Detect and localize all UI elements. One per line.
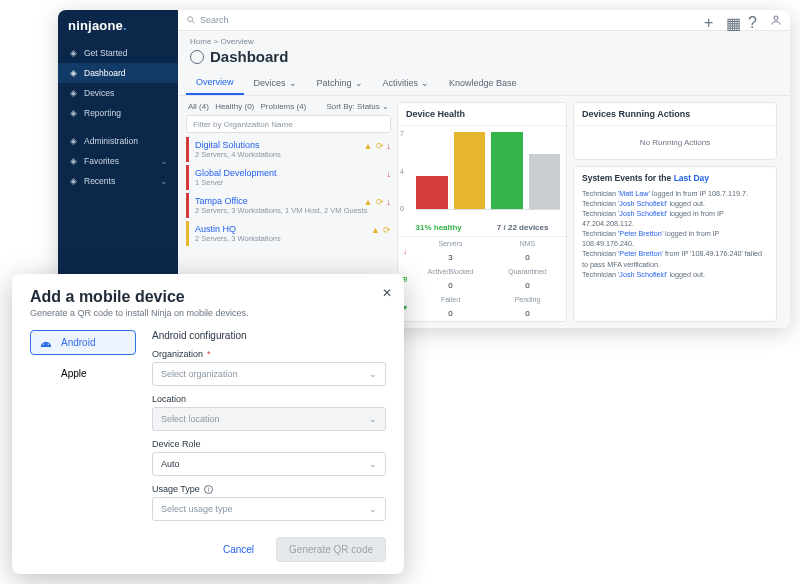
svg-point-0 <box>188 17 193 22</box>
warning-icon: ▲ <box>371 225 380 235</box>
android-icon <box>39 338 53 348</box>
tab-devices[interactable]: Devices⌄ <box>244 71 307 95</box>
device-role-label: Device Role <box>152 439 386 449</box>
report-icon: ◈ <box>68 108 78 118</box>
device-role-select[interactable]: Auto⌄ <box>152 452 386 476</box>
chevron-down-icon: ⌄ <box>369 414 377 424</box>
filter-all[interactable]: All (4) <box>188 102 209 111</box>
sync-icon: ⟳ <box>383 225 391 235</box>
svg-line-1 <box>192 21 194 23</box>
close-icon[interactable]: ✕ <box>382 286 392 300</box>
device-health-title: Device Health <box>398 103 566 126</box>
chevron-down-icon: ⌄ <box>160 156 168 166</box>
org-item[interactable]: Tampa Office2 Servers, 3 Workstations, 1… <box>186 193 391 218</box>
org-name[interactable]: Austin HQ <box>195 224 387 234</box>
running-actions-empty: No Running Actions <box>574 126 776 159</box>
clock-icon: ◈ <box>68 176 78 186</box>
tab-patching[interactable]: Patching⌄ <box>307 71 373 95</box>
chevron-down-icon: ⌄ <box>369 459 377 469</box>
stat-label: Failed <box>412 293 489 306</box>
search-icon <box>186 15 196 25</box>
healthy-percent: 31% healthy <box>416 223 462 232</box>
warning-icon: ▲ <box>364 197 373 207</box>
organization-label: Organization <box>152 349 386 359</box>
stat-label: Quarantined <box>489 265 566 278</box>
event-line: Technician 'Peter Bretton' logged in fro… <box>582 229 768 249</box>
topbar: Search + ▦ ? <box>178 10 790 31</box>
org-meta: 2 Servers, 3 Workstations <box>195 234 387 243</box>
brand-logo: ninjaone. <box>58 10 178 43</box>
sidebar-item-get-started[interactable]: ◈Get Started <box>58 43 178 63</box>
platform-apple[interactable]: Apple <box>30 361 136 386</box>
stat-value: 0 <box>412 278 489 293</box>
technician-link[interactable]: 'Peter Bretton' <box>618 249 663 258</box>
svg-point-3 <box>43 343 44 344</box>
sync-icon: ⟳ <box>376 141 384 151</box>
bar-green <box>491 132 523 209</box>
tab-knowledge-base[interactable]: Knowledge Base <box>439 71 527 95</box>
search-input[interactable]: Search <box>186 15 698 25</box>
event-line: Technician 'Peter Bretton' from IP '108.… <box>582 249 768 269</box>
help-icon[interactable]: ? <box>748 14 760 26</box>
technician-link[interactable]: 'Josh Schofield' <box>618 270 668 279</box>
organization-select[interactable]: Select organization⌄ <box>152 362 386 386</box>
sidebar-item-recents[interactable]: ◈Recents⌄ <box>58 171 178 191</box>
apps-icon[interactable]: ▦ <box>726 14 738 26</box>
chevron-down-icon: ⌄ <box>160 176 168 186</box>
refresh-icon[interactable] <box>190 50 204 64</box>
system-events-title: System Events for the Last Day <box>574 167 776 189</box>
cancel-button[interactable]: Cancel <box>211 537 266 562</box>
sidebar-item-dashboard[interactable]: ◈Dashboard <box>58 63 178 83</box>
chevron-down-icon: ⌄ <box>355 78 363 88</box>
modal-title: Add a mobile device <box>30 288 386 306</box>
org-filter-input[interactable]: Filter by Organization Name <box>186 115 391 133</box>
device-count: 7 / 22 devices <box>497 223 549 232</box>
org-name[interactable]: Digital Solutions <box>195 140 387 150</box>
usage-type-label: Usage Typei <box>152 484 386 494</box>
down-arrow-icon: ↓ <box>387 141 392 151</box>
warning-icon: ▲ <box>364 141 373 151</box>
technician-link[interactable]: 'Josh Schofield' <box>618 199 668 208</box>
chevron-down-icon: ⌄ <box>421 78 429 88</box>
user-icon[interactable] <box>770 14 782 26</box>
tab-overview[interactable]: Overview <box>186 71 244 95</box>
org-name[interactable]: Global Development <box>195 168 387 178</box>
org-name[interactable]: Tampa Office <box>195 196 387 206</box>
technician-link[interactable]: 'Josh Schofield' <box>618 209 668 218</box>
chevron-down-icon: ⌄ <box>369 369 377 379</box>
stat-value: 0 <box>412 306 489 321</box>
sidebar-item-label: Devices <box>84 88 114 98</box>
sidebar-item-label: Administration <box>84 136 138 146</box>
running-actions-title: Devices Running Actions <box>574 103 776 126</box>
sidebar-item-label: Recents <box>84 176 115 186</box>
org-item[interactable]: Digital Solutions2 Servers, 4 Workstatio… <box>186 137 391 162</box>
stat-value: 3 <box>412 250 489 265</box>
technician-link[interactable]: 'Peter Bretton' <box>618 229 663 238</box>
filter-problems[interactable]: Problems (4) <box>260 102 306 111</box>
sidebar-item-favorites[interactable]: ◈Favorites⌄ <box>58 151 178 171</box>
star-icon: ◈ <box>68 156 78 166</box>
stat-label: Servers <box>412 237 489 250</box>
event-line: Technician 'Josh Schofield' logged in fr… <box>582 209 768 229</box>
gauge-icon: ◈ <box>68 68 78 78</box>
tab-activities[interactable]: Activities⌄ <box>373 71 440 95</box>
device-health-card: Device Health 7 4 0 31% healthy 7 / 22 d… <box>397 102 567 322</box>
add-icon[interactable]: + <box>704 14 716 26</box>
info-icon[interactable]: i <box>204 485 213 494</box>
usage-type-select[interactable]: Select usage type⌄ <box>152 497 386 521</box>
sidebar-item-administration[interactable]: ◈Administration <box>58 131 178 151</box>
tabs: OverviewDevices⌄Patching⌄Activities⌄Know… <box>178 71 790 96</box>
add-mobile-device-modal: ✕ Add a mobile device Generate a QR code… <box>12 274 404 574</box>
org-item[interactable]: Austin HQ2 Servers, 3 Workstations▲⟳ <box>186 221 391 246</box>
events-period-link[interactable]: Last Day <box>674 173 709 183</box>
org-meta: 2 Servers, 3 Workstations, 1 VM Host, 2 … <box>195 206 387 215</box>
breadcrumb[interactable]: Home > Overview <box>178 31 790 46</box>
filter-healthy[interactable]: Healthy (0) <box>215 102 254 111</box>
platform-android[interactable]: Android <box>30 330 136 355</box>
technician-link[interactable]: 'Matt Law' <box>618 189 650 198</box>
org-item[interactable]: Global Development1 Server↓ <box>186 165 391 190</box>
sidebar-item-reporting[interactable]: ◈Reporting <box>58 103 178 123</box>
svg-point-2 <box>774 16 778 20</box>
sidebar-item-devices[interactable]: ◈Devices <box>58 83 178 103</box>
sort-value[interactable]: Status <box>357 102 380 111</box>
